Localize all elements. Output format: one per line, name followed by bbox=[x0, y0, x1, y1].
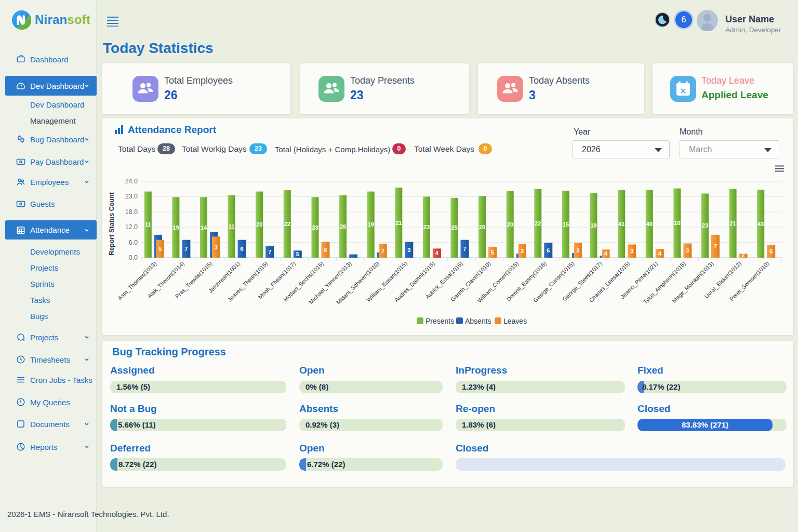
svg-text:2: 2 bbox=[742, 252, 745, 258]
svg-text:3: 3 bbox=[521, 248, 524, 254]
svg-text:10: 10 bbox=[674, 220, 680, 226]
svg-text:21: 21 bbox=[395, 220, 402, 226]
svg-text:7: 7 bbox=[381, 248, 384, 254]
svg-text:3: 3 bbox=[630, 248, 633, 254]
svg-text:4: 4 bbox=[658, 250, 662, 257]
svg-text:0.0: 0.0 bbox=[129, 254, 138, 261]
svg-text:19: 19 bbox=[368, 221, 374, 228]
svg-text:4: 4 bbox=[435, 250, 439, 256]
svg-text:6.0: 6.0 bbox=[129, 239, 138, 246]
svg-text:22: 22 bbox=[284, 221, 290, 227]
svg-text:7: 7 bbox=[714, 243, 717, 249]
svg-text:26: 26 bbox=[340, 223, 346, 230]
svg-text:23: 23 bbox=[702, 222, 708, 229]
svg-text:22: 22 bbox=[535, 220, 541, 227]
svg-text:19: 19 bbox=[172, 224, 179, 231]
svg-text:7: 7 bbox=[268, 249, 271, 255]
svg-text:6: 6 bbox=[547, 247, 550, 254]
svg-text:Absents: Absents bbox=[465, 317, 491, 325]
svg-text:5: 5 bbox=[491, 249, 494, 256]
svg-text:6: 6 bbox=[324, 247, 327, 253]
svg-text:12.0: 12.0 bbox=[125, 223, 138, 231]
svg-text:21: 21 bbox=[729, 220, 736, 227]
svg-text:25: 25 bbox=[451, 224, 457, 231]
svg-text:20: 20 bbox=[507, 221, 513, 228]
svg-text:5: 5 bbox=[769, 248, 773, 255]
svg-text:19: 19 bbox=[590, 222, 596, 229]
svg-text:23: 23 bbox=[312, 224, 318, 231]
svg-text:11: 11 bbox=[145, 221, 151, 228]
svg-text:3: 3 bbox=[407, 247, 410, 253]
svg-text:5: 5 bbox=[158, 246, 162, 252]
svg-text:7: 7 bbox=[463, 246, 466, 252]
svg-text:4: 4 bbox=[604, 250, 608, 257]
svg-text:3: 3 bbox=[576, 247, 579, 254]
svg-text:7: 7 bbox=[184, 246, 188, 252]
svg-text:Presents: Presents bbox=[425, 317, 454, 325]
svg-text:6: 6 bbox=[241, 246, 244, 252]
svg-text:43: 43 bbox=[757, 221, 764, 227]
svg-text:14: 14 bbox=[201, 224, 207, 231]
svg-text:20: 20 bbox=[256, 221, 262, 228]
svg-text:Leaves: Leaves bbox=[503, 317, 527, 325]
svg-text:3: 3 bbox=[686, 247, 689, 254]
svg-text:24.0: 24.0 bbox=[125, 178, 138, 185]
svg-text:11: 11 bbox=[229, 223, 235, 230]
svg-text:15: 15 bbox=[563, 221, 569, 228]
svg-text:Report Status Count: Report Status Count bbox=[108, 192, 115, 255]
svg-text:23.0: 23.0 bbox=[125, 193, 138, 200]
svg-text:41: 41 bbox=[618, 221, 624, 227]
svg-text:23: 23 bbox=[423, 224, 430, 230]
svg-text:20: 20 bbox=[479, 224, 485, 230]
svg-text:18.0: 18.0 bbox=[125, 208, 138, 216]
svg-text:40: 40 bbox=[646, 221, 653, 227]
svg-text:3: 3 bbox=[214, 244, 217, 250]
svg-text:5: 5 bbox=[296, 251, 299, 257]
